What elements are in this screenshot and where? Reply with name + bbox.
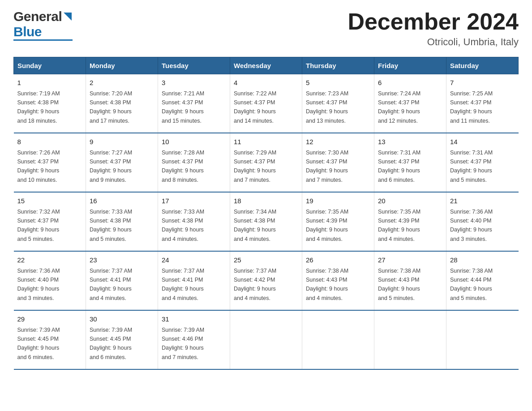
day-info: Sunrise: 7:38 AMSunset: 4:43 PMDaylight:… bbox=[378, 268, 420, 301]
page-header: General Blue December 2024 Otricoli, Umb… bbox=[13, 9, 519, 48]
day-info: Sunrise: 7:21 AMSunset: 4:37 PMDaylight:… bbox=[162, 90, 204, 124]
day-info: Sunrise: 7:28 AMSunset: 4:37 PMDaylight:… bbox=[162, 150, 204, 183]
day-info: Sunrise: 7:20 AMSunset: 4:38 PMDaylight:… bbox=[90, 90, 132, 124]
calendar-cell: 31Sunrise: 7:39 AMSunset: 4:46 PMDayligh… bbox=[158, 310, 230, 369]
day-number: 14 bbox=[450, 137, 515, 147]
day-info: Sunrise: 7:33 AMSunset: 4:38 PMDaylight:… bbox=[90, 209, 132, 242]
calendar-cell: 11Sunrise: 7:29 AMSunset: 4:37 PMDayligh… bbox=[230, 133, 302, 192]
day-info: Sunrise: 7:22 AMSunset: 4:37 PMDaylight:… bbox=[234, 90, 276, 124]
day-info: Sunrise: 7:29 AMSunset: 4:37 PMDaylight:… bbox=[234, 150, 276, 183]
day-info: Sunrise: 7:23 AMSunset: 4:37 PMDaylight:… bbox=[306, 90, 348, 124]
col-header-monday: Monday bbox=[86, 57, 158, 74]
logo: General Blue bbox=[13, 9, 73, 41]
calendar-week-row: 8Sunrise: 7:26 AMSunset: 4:37 PMDaylight… bbox=[14, 133, 519, 192]
calendar-cell: 6Sunrise: 7:24 AMSunset: 4:37 PMDaylight… bbox=[374, 74, 446, 133]
location-subtitle: Otricoli, Umbria, Italy bbox=[348, 36, 519, 48]
day-info: Sunrise: 7:27 AMSunset: 4:37 PMDaylight:… bbox=[90, 150, 132, 183]
day-number: 25 bbox=[234, 255, 298, 265]
day-number: 2 bbox=[90, 78, 154, 88]
day-number: 29 bbox=[17, 314, 82, 325]
day-number: 8 bbox=[17, 137, 82, 147]
day-info: Sunrise: 7:26 AMSunset: 4:37 PMDaylight:… bbox=[17, 150, 60, 183]
day-info: Sunrise: 7:25 AMSunset: 4:37 PMDaylight:… bbox=[450, 90, 493, 124]
day-number: 22 bbox=[17, 255, 82, 265]
calendar-week-row: 22Sunrise: 7:36 AMSunset: 4:40 PMDayligh… bbox=[14, 251, 519, 310]
day-info: Sunrise: 7:24 AMSunset: 4:37 PMDaylight:… bbox=[378, 90, 420, 124]
day-number: 31 bbox=[162, 314, 226, 325]
calendar-cell: 30Sunrise: 7:39 AMSunset: 4:45 PMDayligh… bbox=[86, 310, 158, 369]
calendar-week-row: 15Sunrise: 7:32 AMSunset: 4:37 PMDayligh… bbox=[14, 192, 519, 251]
calendar-cell: 9Sunrise: 7:27 AMSunset: 4:37 PMDaylight… bbox=[86, 133, 158, 192]
day-number: 24 bbox=[162, 255, 226, 265]
day-info: Sunrise: 7:37 AMSunset: 4:41 PMDaylight:… bbox=[90, 268, 132, 301]
day-info: Sunrise: 7:39 AMSunset: 4:46 PMDaylight:… bbox=[162, 327, 204, 360]
day-number: 16 bbox=[90, 196, 154, 206]
calendar-cell: 7Sunrise: 7:25 AMSunset: 4:37 PMDaylight… bbox=[446, 74, 519, 133]
day-info: Sunrise: 7:35 AMSunset: 4:39 PMDaylight:… bbox=[306, 209, 348, 242]
calendar-cell: 26Sunrise: 7:38 AMSunset: 4:43 PMDayligh… bbox=[302, 251, 374, 310]
calendar-cell: 18Sunrise: 7:34 AMSunset: 4:38 PMDayligh… bbox=[230, 192, 302, 251]
day-info: Sunrise: 7:36 AMSunset: 4:40 PMDaylight:… bbox=[450, 209, 493, 242]
day-number: 7 bbox=[450, 78, 515, 88]
day-number: 3 bbox=[162, 78, 226, 88]
calendar-cell: 8Sunrise: 7:26 AMSunset: 4:37 PMDaylight… bbox=[14, 133, 86, 192]
day-info: Sunrise: 7:34 AMSunset: 4:38 PMDaylight:… bbox=[234, 209, 276, 242]
calendar-cell: 28Sunrise: 7:38 AMSunset: 4:44 PMDayligh… bbox=[446, 251, 519, 310]
day-number: 19 bbox=[306, 196, 370, 206]
calendar-cell: 21Sunrise: 7:36 AMSunset: 4:40 PMDayligh… bbox=[446, 192, 519, 251]
day-info: Sunrise: 7:36 AMSunset: 4:40 PMDaylight:… bbox=[17, 268, 60, 301]
day-number: 10 bbox=[162, 137, 226, 147]
calendar-cell: 29Sunrise: 7:39 AMSunset: 4:45 PMDayligh… bbox=[14, 310, 86, 369]
day-number: 28 bbox=[450, 255, 515, 265]
calendar-cell bbox=[374, 310, 446, 369]
day-number: 12 bbox=[306, 137, 370, 147]
calendar-week-row: 1Sunrise: 7:19 AMSunset: 4:38 PMDaylight… bbox=[14, 74, 519, 133]
day-number: 20 bbox=[378, 196, 442, 206]
calendar-cell bbox=[230, 310, 302, 369]
calendar-week-row: 29Sunrise: 7:39 AMSunset: 4:45 PMDayligh… bbox=[14, 310, 519, 369]
logo-general-text: General bbox=[13, 9, 62, 24]
calendar-header-row: SundayMondayTuesdayWednesdayThursdayFrid… bbox=[14, 57, 519, 74]
calendar-cell: 13Sunrise: 7:31 AMSunset: 4:37 PMDayligh… bbox=[374, 133, 446, 192]
col-header-friday: Friday bbox=[374, 57, 446, 74]
day-number: 30 bbox=[90, 314, 154, 325]
day-info: Sunrise: 7:32 AMSunset: 4:37 PMDaylight:… bbox=[17, 209, 60, 242]
calendar-table: SundayMondayTuesdayWednesdayThursdayFrid… bbox=[13, 57, 519, 370]
calendar-cell: 25Sunrise: 7:37 AMSunset: 4:42 PMDayligh… bbox=[230, 251, 302, 310]
day-number: 17 bbox=[162, 196, 226, 206]
day-number: 13 bbox=[378, 137, 442, 147]
day-number: 27 bbox=[378, 255, 442, 265]
day-number: 4 bbox=[234, 78, 298, 88]
logo-underline bbox=[13, 39, 73, 41]
day-info: Sunrise: 7:37 AMSunset: 4:41 PMDaylight:… bbox=[162, 268, 204, 301]
calendar-cell: 20Sunrise: 7:35 AMSunset: 4:39 PMDayligh… bbox=[374, 192, 446, 251]
day-number: 23 bbox=[90, 255, 154, 265]
calendar-cell: 22Sunrise: 7:36 AMSunset: 4:40 PMDayligh… bbox=[14, 251, 86, 310]
calendar-cell bbox=[446, 310, 519, 369]
day-info: Sunrise: 7:39 AMSunset: 4:45 PMDaylight:… bbox=[17, 327, 60, 360]
day-number: 21 bbox=[450, 196, 515, 206]
calendar-cell: 19Sunrise: 7:35 AMSunset: 4:39 PMDayligh… bbox=[302, 192, 374, 251]
calendar-cell: 3Sunrise: 7:21 AMSunset: 4:37 PMDaylight… bbox=[158, 74, 230, 133]
calendar-cell: 27Sunrise: 7:38 AMSunset: 4:43 PMDayligh… bbox=[374, 251, 446, 310]
calendar-cell: 10Sunrise: 7:28 AMSunset: 4:37 PMDayligh… bbox=[158, 133, 230, 192]
day-info: Sunrise: 7:38 AMSunset: 4:43 PMDaylight:… bbox=[306, 268, 348, 301]
calendar-cell: 12Sunrise: 7:30 AMSunset: 4:37 PMDayligh… bbox=[302, 133, 374, 192]
page-title: December 2024 bbox=[348, 9, 519, 34]
day-number: 26 bbox=[306, 255, 370, 265]
calendar-cell: 5Sunrise: 7:23 AMSunset: 4:37 PMDaylight… bbox=[302, 74, 374, 133]
day-number: 15 bbox=[17, 196, 82, 206]
day-info: Sunrise: 7:31 AMSunset: 4:37 PMDaylight:… bbox=[450, 150, 493, 183]
day-info: Sunrise: 7:37 AMSunset: 4:42 PMDaylight:… bbox=[234, 268, 276, 301]
calendar-cell: 23Sunrise: 7:37 AMSunset: 4:41 PMDayligh… bbox=[86, 251, 158, 310]
day-info: Sunrise: 7:30 AMSunset: 4:37 PMDaylight:… bbox=[306, 150, 348, 183]
calendar-cell: 1Sunrise: 7:19 AMSunset: 4:38 PMDaylight… bbox=[14, 74, 86, 133]
calendar-cell: 4Sunrise: 7:22 AMSunset: 4:37 PMDaylight… bbox=[230, 74, 302, 133]
day-info: Sunrise: 7:39 AMSunset: 4:45 PMDaylight:… bbox=[90, 327, 132, 360]
day-info: Sunrise: 7:35 AMSunset: 4:39 PMDaylight:… bbox=[378, 209, 420, 242]
day-info: Sunrise: 7:38 AMSunset: 4:44 PMDaylight:… bbox=[450, 268, 493, 301]
day-info: Sunrise: 7:31 AMSunset: 4:37 PMDaylight:… bbox=[378, 150, 420, 183]
calendar-cell: 2Sunrise: 7:20 AMSunset: 4:38 PMDaylight… bbox=[86, 74, 158, 133]
day-number: 18 bbox=[234, 196, 298, 206]
col-header-tuesday: Tuesday bbox=[158, 57, 230, 74]
